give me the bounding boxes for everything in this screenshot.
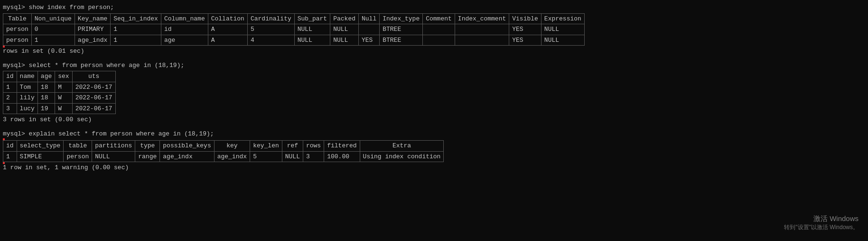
select-table-body: 1Tom18M2022-06-172lily18W2022-06-173lucy… (3, 82, 116, 114)
select-cell-r1-c4: 2022-06-17 (72, 93, 115, 104)
explain-cell-r0-c4: range (135, 151, 160, 162)
select-table: idnameagesexuts 1Tom18M2022-06-172lily18… (3, 71, 116, 114)
index-cell-r1-c5: A (208, 35, 247, 46)
explain-cell-r0-c6: age_indx (214, 151, 250, 162)
index-cell-r0-c12 (455, 24, 509, 35)
explain-cell-r0-c9: 3 (303, 151, 324, 162)
index-table: TableNon_uniqueKey_nameSeq_in_indexColum… (3, 13, 585, 46)
index-col-packed: Packed (330, 13, 359, 24)
index-cell-r0-c4: id (161, 24, 208, 35)
windows-watermark: 激活 Windows 转到"设置"以激活 Windows。 (784, 214, 859, 231)
index-col-cardinality: Cardinality (247, 13, 294, 24)
rows-set-000b: 1 row in set, 1 warning (0.00 sec) (3, 163, 865, 173)
explain-col-select_type: select_type (17, 141, 64, 152)
select-table-row: 3lucy19W2022-06-17 (3, 103, 116, 114)
explain-cell-r0-c0: 1 (3, 151, 17, 162)
select-cell-r2-c2: 19 (37, 103, 55, 114)
select-table-row: 1Tom18M2022-06-17 (3, 82, 116, 93)
explain-cell-r0-c8: NULL (282, 151, 303, 162)
explain-cell-r0-c10: 100.00 (324, 151, 360, 162)
index-cell-r1-c6: 4 (247, 35, 294, 46)
select-cell-r1-c3: W (55, 93, 72, 104)
select-cell-r0-c2: 18 (37, 82, 55, 93)
index-col-comment: Comment (423, 13, 455, 24)
select-cell-r1-c1: lily (17, 93, 37, 104)
explain-col-table: table (64, 141, 92, 152)
select-cell-r0-c3: M (55, 82, 72, 93)
select-cell-r2-c3: W (55, 103, 72, 114)
index-col-non_unique: Non_unique (31, 13, 75, 24)
index-col-index_comment: Index_comment (455, 13, 509, 24)
watermark-main: 激活 Windows (784, 214, 859, 223)
select-cell-r2-c0: 3 (3, 103, 17, 114)
index-cell-r1-c0: person (3, 35, 32, 46)
select-col-age: age (37, 71, 55, 82)
explain-table: idselect_typetablepartitionstypepossible… (3, 140, 444, 162)
select-col-uts: uts (72, 71, 115, 82)
select-cell-r0-c0: 1 (3, 82, 17, 93)
index-cell-r0-c7: NULL (294, 24, 330, 35)
index-cell-r1-c10: BTREE (380, 35, 423, 46)
select-table-container: idnameagesexuts 1Tom18M2022-06-172lily18… (3, 71, 865, 114)
index-col-index_type: Index_type (380, 13, 423, 24)
explain-table-header: idselect_typetablepartitionstypepossible… (3, 141, 444, 152)
index-col-key_name: Key_name (75, 13, 110, 24)
select-cell-r2-c4: 2022-06-17 (72, 103, 115, 114)
index-cell-r0-c14: NULL (541, 24, 584, 35)
index-cell-r1-c1: 1 (31, 35, 75, 46)
terminal: mysql> show index from person; TableNon_… (0, 0, 868, 175)
index-cell-r1-c11 (423, 35, 455, 46)
index-cell-r0-c13: YES (509, 24, 541, 35)
explain-col-key: key (214, 141, 250, 152)
explain-col-rows: rows (303, 141, 324, 152)
explain-col-extra: Extra (360, 141, 444, 152)
select-cell-r2-c1: lucy (17, 103, 37, 114)
index-cell-r0-c9 (358, 24, 379, 35)
explain-table-container: idselect_typetablepartitionstypepossible… (3, 140, 865, 162)
select-col-name: name (17, 71, 37, 82)
explain-col-partitions: partitions (92, 141, 135, 152)
select-cell-r1-c2: 18 (37, 93, 55, 104)
explain-cell-r0-c3: NULL (92, 151, 135, 162)
explain-table-body: 1SIMPLEpersonNULLrangeage_indxage_indx5N… (3, 151, 444, 162)
explain-col-key_len: key_len (250, 141, 282, 152)
select-cell-r0-c1: Tom (17, 82, 37, 93)
index-table-container: TableNon_uniqueKey_nameSeq_in_indexColum… (3, 13, 865, 46)
index-cell-r0-c1: 0 (31, 24, 75, 35)
index-cell-r0-c5: A (208, 24, 247, 35)
index-cell-r0-c8: NULL (330, 24, 359, 35)
index-cell-r0-c6: 5 (247, 24, 294, 35)
index-table-row: person1age_indx1ageA4NULLNULLYESBTREEYES… (3, 35, 585, 46)
select-cell-r0-c4: 2022-06-17 (72, 82, 115, 93)
index-cell-r1-c13: YES (509, 35, 541, 46)
explain-col-type: type (135, 141, 160, 152)
index-col-sub_part: Sub_part (294, 13, 330, 24)
index-col-table: Table (3, 13, 32, 24)
index-cell-r1-c9: YES (358, 35, 379, 46)
select-col-id: id (3, 71, 17, 82)
index-cell-r1-c3: 1 (111, 35, 161, 46)
index-cell-r0-c2: PRIMARY (75, 24, 110, 35)
rows-set-001: rows in set (0.01 sec) (3, 47, 865, 56)
explain-col-id: id (3, 141, 17, 152)
index-cell-r1-c8: NULL (330, 35, 359, 46)
index-col-expression: Expression (541, 13, 584, 24)
explain-cell-r0-c5: age_indx (160, 151, 214, 162)
explain-col-filtered: filtered (324, 141, 360, 152)
index-table-header: TableNon_uniqueKey_nameSeq_in_indexColum… (3, 13, 585, 24)
index-cell-r1-c14: NULL (541, 35, 584, 46)
select-cmd: mysql> select * from person where age in… (3, 61, 865, 70)
index-col-null: Null (358, 13, 379, 24)
select-col-sex: sex (55, 71, 72, 82)
explain-table-row: 1SIMPLEpersonNULLrangeage_indxage_indx5N… (3, 151, 444, 162)
explain-col-possible_keys: possible_keys (160, 141, 214, 152)
select-table-row: 2lily18W2022-06-17 (3, 93, 116, 104)
index-table-row: person0PRIMARY1idA5NULLNULLBTREEYESNULL (3, 24, 585, 35)
explain-cmd: mysql> explain select * from person wher… (3, 129, 214, 139)
index-table-body: person0PRIMARY1idA5NULLNULLBTREEYESNULLp… (3, 24, 585, 46)
index-cell-r1-c7: NULL (294, 35, 330, 46)
index-col-collation: Collation (208, 13, 247, 24)
show-index-cmd: mysql> show index from person; (3, 3, 865, 12)
index-cell-r1-c4: age (161, 35, 208, 46)
explain-cell-r0-c7: 5 (250, 151, 282, 162)
